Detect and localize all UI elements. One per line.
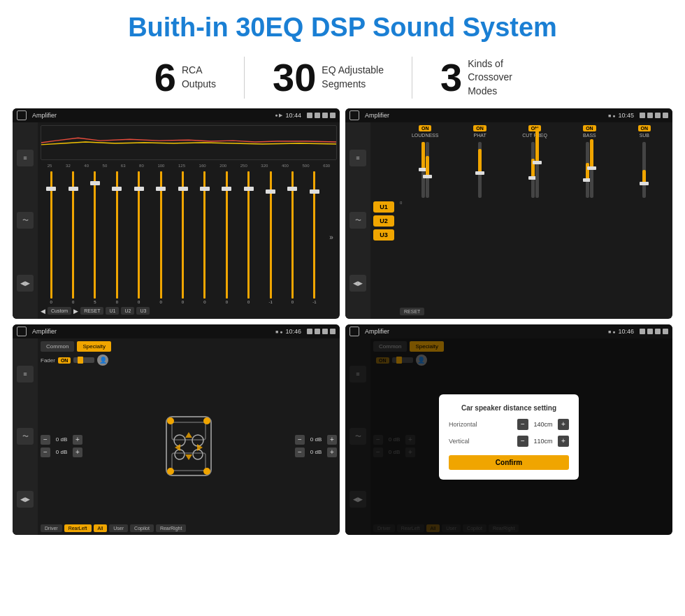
svg-point-4 [174,435,185,446]
copilot-btn-3[interactable]: Copilot [130,524,154,532]
slider-track-12[interactable] [313,171,315,299]
status-icons-1 [307,113,336,118]
slider-track-10[interactable] [270,171,272,299]
u2-crossover-btn[interactable]: U2 [373,215,394,227]
slider-track-5[interactable] [160,171,162,299]
slider-col-11: 0 [282,170,303,304]
crossover-reset-btn[interactable]: RESET [400,308,424,315]
db-minus-br[interactable]: − [295,447,305,457]
db-plus-tr[interactable]: + [327,435,337,445]
loudness-slider-1[interactable] [421,142,425,198]
vertical-minus-btn[interactable]: − [517,436,528,447]
slider-track-1[interactable] [72,171,74,299]
slider-track-9[interactable] [247,171,250,299]
volume-icon-2 [647,113,653,118]
scroll-right[interactable]: » [326,234,337,241]
phat-slider[interactable] [478,142,482,198]
next-btn[interactable]: ▶ [73,308,78,315]
db-minus-tr[interactable]: − [295,435,305,445]
reset-btn-1[interactable]: RESET [80,307,103,315]
slider-thumb-1[interactable] [68,187,78,191]
db-plus-bl[interactable]: + [73,447,82,457]
u1-btn[interactable]: U1 [106,307,119,315]
loudness-slider-2[interactable] [426,142,429,198]
speaker-btn-3[interactable]: ◀▶ [17,491,34,508]
slider-thumb-11[interactable] [287,187,297,191]
loudness-thumb-2[interactable] [423,175,432,178]
slider-col-10: -1 [260,170,281,304]
slider-track-7[interactable] [203,171,206,299]
slider-val-2: 5 [94,300,96,304]
u3-crossover-btn[interactable]: U3 [373,229,394,241]
sub-thumb[interactable] [640,182,649,185]
slider-thumb-10[interactable] [266,189,275,194]
user-btn-3[interactable]: User [109,524,128,532]
slider-track-4[interactable] [138,171,140,299]
status-bar-3: Amplifier ■ ● 10:46 [13,324,340,338]
specialty-tab-3[interactable]: Specialty [77,341,110,352]
wave-icon-3: 〜 [22,432,29,441]
wifi-icon-2 [655,113,661,118]
slider-val-5: 0 [159,300,161,304]
slider-thumb-5[interactable] [156,187,166,191]
vertical-plus-btn[interactable]: + [558,436,569,447]
slider-thumb-6[interactable] [178,187,188,191]
slider-track-3[interactable] [116,171,118,299]
db-plus-tl[interactable]: + [73,435,82,445]
slider-thumb-4[interactable] [134,187,144,191]
prev-btn[interactable]: ◀ [41,308,45,315]
slider-thumb-8[interactable] [222,187,231,191]
slider-track-8[interactable] [226,171,228,299]
u3-btn[interactable]: U3 [136,307,150,315]
phat-thumb[interactable] [475,171,484,175]
speaker-btn[interactable]: ◀▶ [17,275,34,292]
custom-preset-btn[interactable]: Custom [48,307,71,315]
bass-slider-1[interactable] [586,142,589,198]
cutfreq-thumb-2[interactable] [533,161,542,164]
horizontal-control: − 140cm + [517,419,569,430]
common-tab-3[interactable]: Common [41,341,74,352]
sub-slider[interactable] [642,142,646,198]
bass-thumb-2[interactable] [587,166,596,170]
slider-track-11[interactable] [291,171,294,299]
fader-handle-3[interactable] [78,357,83,364]
slider-thumb-7[interactable] [200,187,210,191]
dialog-overlay: Car speaker distance setting Horizontal … [345,338,672,535]
rearleft-btn-3[interactable]: RearLeft [64,524,92,532]
u1-crossover-btn[interactable]: U1 [373,201,394,213]
fader-track-3[interactable] [73,357,94,363]
all-btn-3[interactable]: All [94,524,108,532]
wave-btn[interactable]: 〜 [17,212,34,229]
eq-icon-btn-3[interactable]: ≡ [17,366,34,382]
dialog-horizontal-row: Horizontal − 140cm + [449,419,569,430]
slider-thumb-3[interactable] [112,187,122,191]
slider-thumb-9[interactable] [244,187,254,191]
u2-btn[interactable]: U2 [121,307,134,315]
slider-thumb-2[interactable] [90,181,100,185]
wave-btn-2[interactable]: 〜 [349,212,366,229]
cutfreq-fill-2 [535,128,539,163]
slider-track-2[interactable] [94,171,96,299]
cutfreq-slider-2[interactable] [535,142,539,198]
horizontal-plus-btn[interactable]: + [558,419,569,430]
horizontal-minus-btn[interactable]: − [517,419,528,430]
driver-btn-3[interactable]: Driver [41,524,62,532]
rearright-btn-3[interactable]: RearRight [156,524,187,532]
slider-track-6[interactable] [182,171,184,299]
confirm-button[interactable]: Confirm [449,455,569,470]
db-minus-tl[interactable]: − [41,435,50,445]
slider-thumb-12[interactable] [310,189,319,194]
slider-col-2: 5 [85,170,106,304]
slider-track-0[interactable] [50,171,52,299]
slider-thumb-0[interactable] [46,187,56,191]
cutfreq-slider-1[interactable] [531,142,535,198]
eq-icon-btn[interactable]: ≡ [17,150,34,166]
db-plus-br[interactable]: + [327,447,337,457]
eq-icon-btn-2[interactable]: ≡ [349,150,366,166]
wave-btn-3[interactable]: 〜 [17,428,34,445]
speaker-btn-2[interactable]: ◀▶ [349,275,366,292]
bass-slider-2[interactable] [590,142,593,198]
db-minus-bl[interactable]: − [41,447,50,457]
equalizer-icon: ≡ [23,155,27,162]
wave-icon: 〜 [22,216,29,225]
